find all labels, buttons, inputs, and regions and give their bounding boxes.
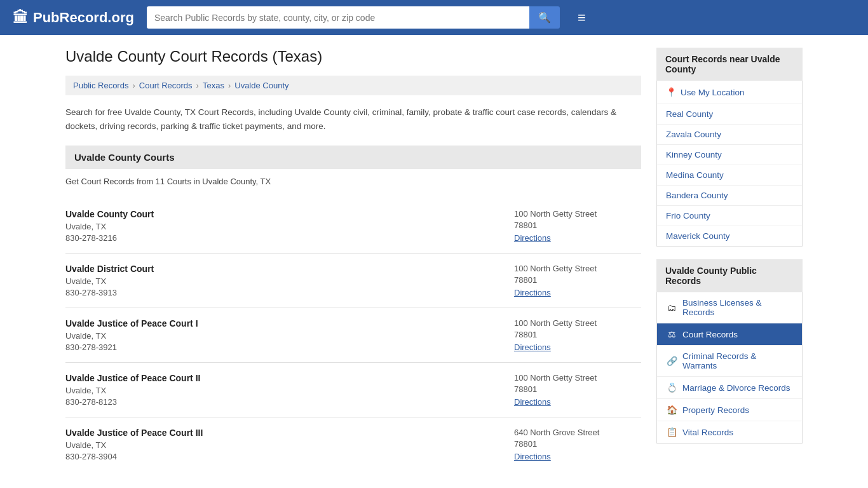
site-logo[interactable]: 🏛 PubRecord.org	[13, 9, 134, 27]
record-icon: 💍	[666, 383, 677, 393]
court-address-block: 100 North Getty Street 78801 Directions	[514, 373, 641, 407]
court-name: Uvalde District Court	[65, 264, 514, 274]
nearby-counties: Real CountyZavala CountyKinney CountyMed…	[657, 104, 802, 246]
court-phone: 830-278-3913	[65, 288, 514, 297]
court-entry: Uvalde Justice of Peace Court II Uvalde,…	[65, 363, 641, 417]
public-record-item[interactable]: 💍 Marriage & Divorce Records	[657, 377, 802, 399]
public-record-item[interactable]: 🗂 Business Licenses & Records	[657, 292, 802, 323]
court-name: Uvalde Justice of Peace Court I	[65, 318, 514, 329]
court-address-block: 100 North Getty Street 78801 Directions	[514, 318, 641, 352]
nearby-county-link[interactable]: Zavala County	[666, 130, 721, 139]
court-info: Uvalde District Court Uvalde, TX 830-278…	[65, 264, 514, 297]
breadcrumb-public-records[interactable]: Public Records	[73, 81, 128, 90]
nearby-list: 📍 Use My Location Real CountyZavala Coun…	[656, 81, 803, 247]
record-link[interactable]: Business Licenses & Records	[682, 298, 793, 317]
breadcrumb-sep-3: ›	[228, 81, 231, 90]
court-entry: Uvalde Justice of Peace Court I Uvalde, …	[65, 308, 641, 363]
court-street: 640 North Grove Street	[514, 428, 641, 437]
nearby-county-item: Real County	[657, 104, 802, 125]
hamburger-button[interactable]: ≡	[573, 7, 591, 29]
court-entry: Uvalde District Court Uvalde, TX 830-278…	[65, 254, 641, 308]
public-record-item[interactable]: 🔗 Criminal Records & Warrants	[657, 346, 802, 377]
logo-text: PubRecord.org	[33, 10, 134, 26]
court-zip: 78801	[514, 439, 641, 449]
court-entry: Uvalde County Court Uvalde, TX 830-278-3…	[65, 199, 641, 254]
record-link[interactable]: Property Records	[682, 405, 749, 415]
directions-link[interactable]: Directions	[514, 397, 551, 407]
record-link[interactable]: Criminal Records & Warrants	[682, 351, 793, 370]
breadcrumb-uvalde-county[interactable]: Uvalde County	[234, 81, 288, 90]
courts-subtext: Get Court Records from 11 Courts in Uval…	[65, 177, 641, 186]
page-title: Uvalde County Court Records (Texas)	[65, 48, 641, 65]
court-name: Uvalde Justice of Peace Court III	[65, 428, 514, 438]
nearby-county-item: Frio County	[657, 206, 802, 226]
public-record-item[interactable]: ⚖ Court Records	[657, 323, 802, 346]
site-header: 🏛 PubRecord.org 🔍 ≡	[0, 0, 868, 35]
main-container: Uvalde County Court Records (Texas) Publ…	[53, 35, 815, 484]
public-records-title: Uvalde County Public Records	[656, 259, 803, 292]
court-street: 100 North Getty Street	[514, 209, 641, 219]
court-street: 100 North Getty Street	[514, 318, 641, 328]
record-icon: 🏠	[666, 405, 677, 415]
breadcrumb-texas[interactable]: Texas	[203, 81, 224, 90]
courts-section-header: Uvalde County Courts	[65, 146, 641, 169]
directions-link[interactable]: Directions	[514, 342, 551, 352]
use-location-link[interactable]: Use My Location	[681, 88, 745, 97]
court-phone: 830-278-3216	[65, 233, 514, 243]
court-zip: 78801	[514, 384, 641, 394]
record-link[interactable]: Vital Records	[682, 428, 733, 437]
court-city: Uvalde, TX	[65, 276, 514, 286]
nearby-county-item: Medina County	[657, 165, 802, 186]
nearby-county-item: Kinney County	[657, 145, 802, 165]
page-description: Search for free Uvalde County, TX Court …	[65, 105, 641, 133]
directions-link[interactable]: Directions	[514, 233, 551, 243]
record-icon: ⚖	[666, 329, 677, 339]
court-name: Uvalde County Court	[65, 209, 514, 219]
court-zip: 78801	[514, 275, 641, 285]
directions-link[interactable]: Directions	[514, 452, 551, 461]
sidebar: Court Records near Uvalde County 📍 Use M…	[656, 48, 803, 471]
court-phone: 830-278-8123	[65, 397, 514, 407]
search-bar: 🔍	[147, 6, 560, 29]
record-link[interactable]: Marriage & Divorce Records	[682, 383, 790, 393]
court-info: Uvalde County Court Uvalde, TX 830-278-3…	[65, 209, 514, 243]
court-city: Uvalde, TX	[65, 331, 514, 341]
use-location-item[interactable]: 📍 Use My Location	[657, 81, 802, 104]
directions-link[interactable]: Directions	[514, 288, 551, 297]
logo-icon: 🏛	[13, 9, 28, 27]
court-address-block: 640 North Grove Street 78801 Directions	[514, 428, 641, 461]
court-street: 100 North Getty Street	[514, 373, 641, 383]
breadcrumb-sep-2: ›	[196, 81, 199, 90]
court-city: Uvalde, TX	[65, 386, 514, 395]
search-input[interactable]	[147, 6, 529, 29]
public-record-item[interactable]: 🏠 Property Records	[657, 399, 802, 421]
public-record-item[interactable]: 📋 Vital Records	[657, 421, 802, 443]
nearby-section: Court Records near Uvalde County 📍 Use M…	[656, 48, 803, 247]
court-phone: 830-278-3904	[65, 452, 514, 461]
nearby-county-link[interactable]: Maverick County	[666, 231, 730, 241]
court-zip: 78801	[514, 220, 641, 230]
record-icon: 🗂	[666, 302, 677, 313]
court-entry: Uvalde Justice of Peace Court III Uvalde…	[65, 417, 641, 471]
court-list: Uvalde County Court Uvalde, TX 830-278-3…	[65, 199, 641, 471]
breadcrumb-court-records[interactable]: Court Records	[139, 81, 193, 90]
breadcrumb: Public Records › Court Records › Texas ›…	[65, 76, 641, 95]
nearby-section-title: Court Records near Uvalde County	[656, 48, 803, 81]
court-address-block: 100 North Getty Street 78801 Directions	[514, 209, 641, 243]
court-street: 100 North Getty Street	[514, 264, 641, 273]
nearby-county-item: Maverick County	[657, 226, 802, 246]
court-address-block: 100 North Getty Street 78801 Directions	[514, 264, 641, 297]
nearby-county-link[interactable]: Medina County	[666, 170, 724, 180]
search-button[interactable]: 🔍	[529, 6, 560, 29]
nearby-county-link[interactable]: Real County	[666, 109, 713, 119]
public-records-section: Uvalde County Public Records 🗂 Business …	[656, 259, 803, 444]
record-icon: 📋	[666, 427, 677, 437]
court-info: Uvalde Justice of Peace Court I Uvalde, …	[65, 318, 514, 352]
court-info: Uvalde Justice of Peace Court II Uvalde,…	[65, 373, 514, 407]
record-label: Court Records	[682, 330, 738, 339]
nearby-county-link[interactable]: Kinney County	[666, 150, 722, 159]
nearby-county-link[interactable]: Frio County	[666, 211, 710, 220]
public-records-list: 🗂 Business Licenses & Records ⚖ Court Re…	[656, 292, 803, 444]
nearby-county-link[interactable]: Bandera County	[666, 191, 728, 200]
breadcrumb-sep-1: ›	[132, 81, 135, 90]
